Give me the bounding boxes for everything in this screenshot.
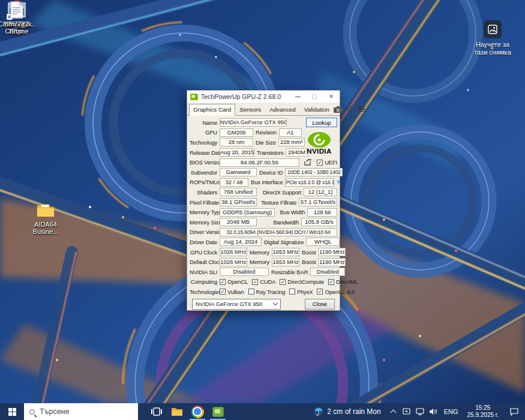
desktop-icon-hm77-2[interactable]: hm77_2	[0, 0, 34, 28]
tray-device-button[interactable]	[400, 403, 413, 420]
close-button[interactable]: ×	[323, 91, 340, 103]
share-bios-icon[interactable]	[304, 159, 312, 166]
vulkan-checkbox[interactable]: ✓Vulkan	[220, 289, 244, 295]
gpuz-footer: NVIDIA GeForce GTX 950 Close	[190, 299, 337, 310]
cuda-checkbox[interactable]: ✓CUDA	[252, 278, 275, 285]
volume-button[interactable]	[427, 403, 440, 420]
minimize-button[interactable]	[289, 91, 306, 103]
physx-checkbox[interactable]: PhysX	[289, 289, 313, 295]
field-row-subvendor: Subvendor Gainward Device ID 10DE 1402 -…	[190, 167, 337, 178]
opencl-checkbox[interactable]: ✓OpenCL	[220, 278, 248, 285]
field-row-pixel-fillrate: Pixel Fillrate 38.1 GPixel/s Texture Fil…	[190, 197, 337, 208]
field-label: Memory	[247, 249, 272, 256]
directcompute-checkbox[interactable]: ✓DirectCompute	[280, 278, 324, 285]
field-label: Memory Size	[190, 219, 220, 226]
clock[interactable]: 15:25 25.9.2025 г.	[463, 404, 503, 419]
spotlight-label: Научете затази снимка	[474, 41, 511, 56]
texture-fillrate-value: 57.1 GTexel/s	[299, 198, 337, 206]
field-label: Driver Date	[190, 239, 220, 245]
network-icon	[416, 408, 424, 415]
minimize-icon	[295, 97, 301, 97]
time-text: 15:25	[467, 404, 499, 412]
tab-sensors[interactable]: Sensors	[235, 104, 265, 115]
gpuz-taskbar-button[interactable]	[208, 403, 228, 420]
document-icon	[10, 1, 24, 19]
desktop-icon-aida64[interactable]: AIDA64 Busine...	[29, 200, 62, 235]
chevron-up-icon	[391, 410, 397, 416]
memory-type-value: GDDR5 (Samsung)	[220, 208, 275, 217]
tab-validation[interactable]: Validation	[300, 104, 334, 115]
driver-date-value: Aug 14, 2024	[220, 238, 262, 246]
lookup-button[interactable]: Lookup	[306, 118, 337, 127]
field-label: ROPs/TMUs	[190, 179, 220, 185]
field-row-technology: Technology 28 nm Die Size 228 mm²	[190, 137, 297, 148]
default-boost-clock-value: 1190 MHz	[318, 258, 346, 266]
checkbox-label: PhysX	[297, 289, 313, 295]
picture-icon	[484, 20, 502, 38]
action-center-button[interactable]	[503, 403, 525, 420]
maximize-button[interactable]	[306, 91, 323, 103]
tray-expand-button[interactable]	[387, 403, 400, 420]
bus-width-value: 128 bit	[307, 208, 337, 217]
device-icon	[403, 408, 410, 415]
field-row-sli: NVIDIA SLI Disabled Resizable BAR Disabl…	[190, 267, 337, 277]
sli-value: Disabled	[220, 268, 269, 276]
field-label: Transistors	[254, 149, 286, 156]
device-id-value: 10DE 1402 - 10B0 1402	[285, 168, 343, 176]
language-indicator[interactable]: ENG	[440, 408, 463, 415]
chrome-taskbar-button[interactable]	[187, 403, 208, 420]
gpu-value: GM206	[220, 128, 253, 137]
speaker-icon	[429, 408, 437, 415]
field-label: Bus Interface	[248, 179, 285, 185]
search-box[interactable]: Търсене	[24, 403, 138, 420]
gpuz-content: Name NVIDIA GeForce GTX 950 Lookup GPU G…	[187, 116, 340, 310]
field-label: Boost	[299, 249, 318, 256]
field-label: DirectX Support	[260, 189, 304, 196]
desktop-icon-label: hm77_2	[5, 20, 29, 28]
gpu-select-dropdown[interactable]: NVIDIA GeForce GTX 950	[192, 299, 281, 310]
field-row-gpu: GPU GM206 Revision A1	[190, 128, 297, 138]
uefi-checkbox[interactable]: ✓ UEFI	[317, 159, 337, 166]
task-view-button[interactable]	[146, 403, 167, 420]
field-row-release-date: Release Date Aug 20, 2015 Transistors 29…	[190, 148, 297, 158]
field-row-memory-size: Memory Size 2048 MB Bandwidth 105.8 GB/s	[190, 217, 337, 227]
windows-logo-icon	[8, 408, 16, 416]
refresh-icon[interactable]	[347, 106, 354, 113]
weather-text: 2 cm of rain Mon	[327, 407, 380, 416]
gpu-clock-value: 1026 MHz	[220, 248, 247, 256]
weather-widget[interactable]: 2 cm of rain Mon	[308, 403, 386, 420]
field-label: Bandwidth	[271, 219, 301, 226]
close-dialog-button[interactable]: Close	[305, 299, 335, 310]
gpuz-icon	[212, 407, 224, 417]
tab-graphics-card[interactable]: Graphics Card	[189, 104, 235, 116]
tab-strip: Graphics Card Sensors Advanced Validatio…	[187, 103, 340, 116]
field-label: Resizable BAR	[269, 269, 310, 275]
file-explorer-button[interactable]	[167, 403, 187, 420]
opengl-checkbox[interactable]: ✓OpenGL 4.6	[317, 289, 354, 295]
ray-tracing-checkbox[interactable]: Ray Tracing	[248, 289, 286, 295]
tab-advanced[interactable]: Advanced	[265, 104, 300, 115]
spotlight-learn-about[interactable]: Научете затази снимка	[465, 20, 520, 56]
maximize-icon	[312, 94, 317, 99]
help-icon[interactable]: ?	[336, 179, 340, 185]
screenshot-camera-icon[interactable]	[334, 106, 343, 113]
default-clock-value: 1026 MHz	[220, 258, 247, 266]
field-label: Die Size	[253, 139, 278, 146]
name-value: NVIDIA GeForce GTX 950	[220, 118, 287, 127]
titlebar[interactable]: TechPowerUp GPU-Z 2.68.0 ×	[187, 91, 340, 103]
file-explorer-icon	[171, 407, 183, 416]
technology-value: 28 nm	[220, 138, 253, 146]
bus-interface-value: PCIe x16 2.0 @ x16 1.1	[285, 178, 334, 187]
network-button[interactable]	[413, 403, 427, 420]
field-row-gpu-clock: GPU Clock 1026 MHz Memory 1653 MHz Boost…	[190, 247, 337, 257]
chrome-icon	[191, 406, 204, 418]
start-button[interactable]	[0, 403, 24, 420]
folder-icon	[36, 202, 55, 218]
nvidia-eye-icon	[307, 131, 332, 148]
field-label: Bus Width	[278, 209, 308, 215]
checkbox-icon: ✓	[220, 289, 226, 295]
menu-icon[interactable]	[358, 107, 365, 112]
field-row-driver-version: Driver Version 32.0.15.6094 (NVIDIA 560.…	[190, 227, 337, 238]
directml-checkbox[interactable]: ✓DirectML	[328, 278, 358, 285]
taskbar: Търсене	[0, 403, 525, 420]
